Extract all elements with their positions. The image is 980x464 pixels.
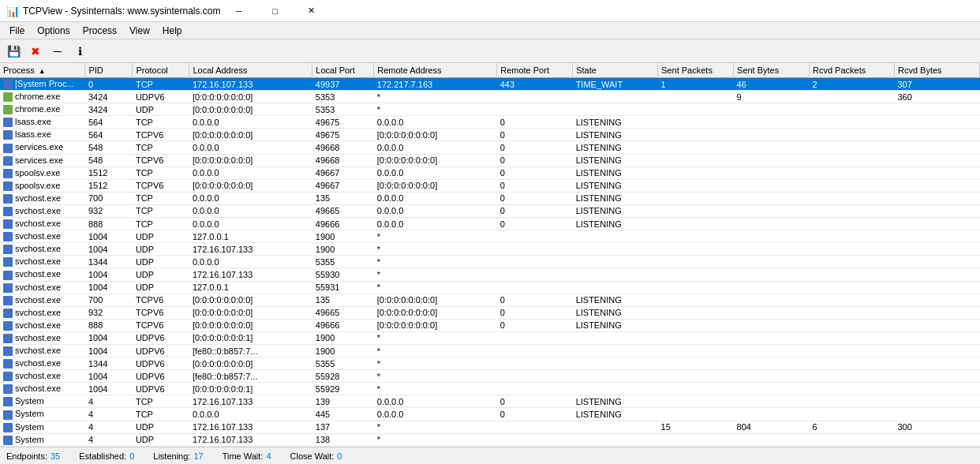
table-row[interactable]: svchost.exe1004UDP127.0.0.11900* (0, 230, 980, 243)
table-cell: * (374, 344, 497, 357)
table-row[interactable]: svchost.exe700TCP0.0.0.01350.0.0.00LISTE… (0, 192, 980, 204)
table-row[interactable]: svchost.exe1004UDP127.0.0.155931* (0, 281, 980, 294)
col-header-sent-bytes[interactable]: Sent Bytes (734, 63, 810, 78)
table-cell (497, 230, 573, 243)
table-cell (658, 268, 734, 281)
col-header-remote-address[interactable]: Remote Address (374, 63, 497, 78)
table-cell (658, 294, 734, 306)
table-cell (810, 129, 895, 141)
process-icon (3, 436, 13, 445)
menu-process[interactable]: Process (77, 24, 123, 38)
table-row[interactable]: svchost.exe1344UDPV6[0:0:0:0:0:0:0:0]535… (0, 357, 980, 370)
col-header-remote-port[interactable]: Remote Port (497, 63, 573, 78)
table-cell: 1900 (312, 344, 374, 357)
table-cell: 888 (85, 319, 133, 331)
table-row[interactable]: services.exe548TCP0.0.0.0496680.0.0.00LI… (0, 141, 980, 154)
table-row[interactable]: svchost.exe1004UDPV6[fe80::0:b857:7...19… (0, 344, 980, 357)
table-row[interactable]: svchost.exe1344UDP0.0.0.05355* (0, 256, 980, 268)
col-header-process[interactable]: Process ▲ (0, 63, 85, 78)
table-row[interactable]: lsass.exe564TCP0.0.0.0496750.0.0.00LISTE… (0, 116, 980, 129)
table-cell (894, 129, 979, 141)
table-cell (497, 370, 573, 383)
table-cell (894, 154, 979, 167)
table-cell: svchost.exe (0, 383, 85, 395)
col-header-rcvd-bytes[interactable]: Rcvd Bytes (894, 63, 979, 78)
table-cell (658, 154, 734, 167)
save-button[interactable]: 💾 (3, 42, 24, 61)
table-row[interactable]: svchost.exe1004UDPV6[fe80::0:b857:7...55… (0, 370, 980, 383)
table-row[interactable]: spoolsv.exe1512TCPV6[0:0:0:0:0:0:0:0]496… (0, 179, 980, 192)
table-cell (658, 179, 734, 192)
table-cell: svchost.exe (0, 268, 85, 281)
close-button[interactable]: ✕ (294, 0, 330, 22)
menu-help[interactable]: Help (156, 24, 189, 38)
table-row[interactable]: svchost.exe932TCPV6[0:0:0:0:0:0:0:0]4966… (0, 306, 980, 319)
col-header-pid[interactable]: PID (85, 63, 133, 78)
col-header-local-port[interactable]: Local Port (312, 63, 374, 78)
table-container[interactable]: Process ▲ PID Protocol Local Address Loc… (0, 63, 980, 447)
table-cell (573, 370, 658, 383)
col-header-sent-packets[interactable]: Sent Packets (658, 63, 734, 78)
col-header-protocol[interactable]: Protocol (133, 63, 189, 78)
table-cell (734, 408, 810, 421)
table-cell (497, 357, 573, 370)
table-cell: 0.0.0.0 (189, 116, 312, 129)
table-cell: [0:0:0:0:0:0:0:0] (374, 294, 497, 306)
table-cell: 0 (85, 78, 133, 91)
table-cell: 1004 (85, 383, 133, 395)
closewait-item: Close Wait: 0 (290, 451, 342, 461)
table-cell (573, 243, 658, 256)
table-cell: TIME_WAIT (573, 78, 658, 91)
table-cell: 564 (85, 129, 133, 141)
table-cell: System (0, 395, 85, 408)
table-row[interactable]: chrome.exe3424UDP[0:0:0:0:0:0:0:0]5353* (0, 103, 980, 116)
table-row[interactable]: System4UDP172.16.107.133137*158046300 (0, 421, 980, 433)
table-row[interactable]: [System Proc...0TCP172.16.107.1334993717… (0, 78, 980, 91)
table-row[interactable]: chrome.exe3424UDPV6[0:0:0:0:0:0:0:0]5353… (0, 91, 980, 103)
process-icon (3, 194, 13, 204)
table-row[interactable]: svchost.exe1004UDP172.16.107.1331900* (0, 243, 980, 256)
table-cell: 548 (85, 141, 133, 154)
table-cell: 49668 (312, 154, 374, 167)
table-cell (734, 204, 810, 217)
terminate-button[interactable]: ─ (47, 42, 68, 61)
col-header-state[interactable]: State (573, 63, 658, 78)
table-cell (658, 331, 734, 344)
table-row[interactable]: System4TCP172.16.107.1331390.0.0.00LISTE… (0, 395, 980, 408)
table-cell: 49937 (312, 78, 374, 91)
table-row[interactable]: svchost.exe1004UDPV6[0:0:0:0:0:0:0:1]559… (0, 383, 980, 395)
menu-file[interactable]: File (3, 24, 31, 38)
table-row[interactable]: svchost.exe932TCP0.0.0.0496650.0.0.00LIS… (0, 204, 980, 217)
col-header-local-address[interactable]: Local Address (189, 63, 312, 78)
maximize-button[interactable]: □ (257, 0, 294, 22)
table-row[interactable]: lsass.exe564TCPV6[0:0:0:0:0:0:0:0]49675[… (0, 129, 980, 141)
endpoints-label: Endpoints: (6, 451, 47, 461)
menu-view[interactable]: View (123, 24, 156, 38)
table-row[interactable]: svchost.exe888TCP0.0.0.0496660.0.0.00LIS… (0, 218, 980, 230)
table-row[interactable]: svchost.exe888TCPV6[0:0:0:0:0:0:0:0]4966… (0, 319, 980, 331)
info-button[interactable]: ℹ (69, 42, 90, 61)
table-cell (573, 344, 658, 357)
table-cell (497, 421, 573, 433)
table-row[interactable]: services.exe548TCPV6[0:0:0:0:0:0:0:0]496… (0, 154, 980, 167)
table-cell: System (0, 433, 85, 446)
table-row[interactable]: System4TCP0.0.0.04450.0.0.00LISTENING (0, 408, 980, 421)
table-row[interactable]: svchost.exe1004UDPV6[0:0:0:0:0:0:0:1]190… (0, 331, 980, 344)
table-cell: 0.0.0.0 (189, 167, 312, 179)
table-row[interactable]: svchost.exe1004UDP172.16.107.13355930* (0, 268, 980, 281)
menu-options[interactable]: Options (31, 24, 76, 38)
table-cell: 1004 (85, 331, 133, 344)
table-cell (894, 268, 979, 281)
table-cell (497, 281, 573, 294)
table-row[interactable]: svchost.exe700TCPV6[0:0:0:0:0:0:0:0]135[… (0, 294, 980, 306)
table-cell (497, 331, 573, 344)
table-cell: 0 (497, 179, 573, 192)
prohibit-button[interactable]: ✖ (25, 42, 46, 61)
table-cell: 0.0.0.0 (374, 408, 497, 421)
table-row[interactable]: System4UDP172.16.107.133138* (0, 433, 980, 446)
col-header-rcvd-packets[interactable]: Rcvd Packets (810, 63, 895, 78)
process-icon (3, 118, 13, 127)
minimize-button[interactable]: ─ (221, 0, 257, 22)
table-cell (734, 218, 810, 230)
table-row[interactable]: spoolsv.exe1512TCP0.0.0.0496670.0.0.00LI… (0, 167, 980, 179)
